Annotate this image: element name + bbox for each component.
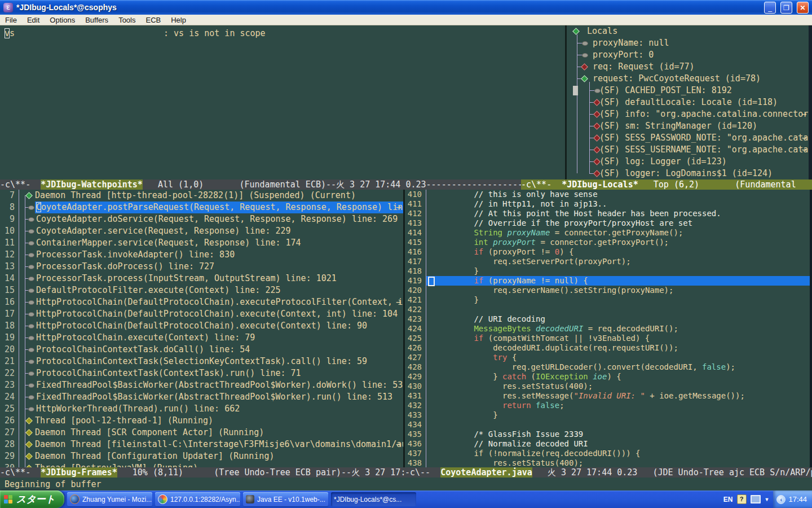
stack-frame-row[interactable]: 27Daemon Thread [SCR Component Actor] (R… [0, 427, 403, 439]
stack-frame-row[interactable]: 18HttpProtocolChain(DefaultProtocolChain… [0, 320, 403, 332]
locals-row[interactable]: (SF) CACHED_POST_LEN: 8192 [567, 85, 809, 97]
stack-frame-row[interactable]: 17HttpProtocolChain(DefaultProtocolChain… [0, 308, 403, 320]
frame-bullet-icon[interactable] [28, 217, 34, 222]
menu-item-tools[interactable]: Tools [113, 16, 140, 24]
locals-row[interactable]: (SF) defaultLocale: Locale (id=118) [567, 97, 809, 108]
thread-diamond-icon[interactable] [25, 417, 33, 424]
taskbar-button[interactable]: 127.0.0.1:28282/Asyn... [155, 492, 240, 506]
modeline-buffer-name[interactable]: *JDIbug-Watchpoints* [41, 179, 143, 190]
frame-bullet-icon[interactable] [28, 205, 34, 210]
watchpoints-window[interactable]: vs : vs is not in scope [0, 25, 567, 179]
menu-item-buffers[interactable]: Buffers [80, 16, 113, 24]
locals-row[interactable]: req: Request (id=77) [567, 61, 809, 73]
frame-bullet-icon[interactable] [28, 360, 34, 364]
stack-frame-row[interactable]: 30Thread [DestroyJavaVM] (Running) [0, 462, 403, 467]
frame-bullet-icon[interactable] [28, 371, 34, 376]
thread-diamond-icon[interactable] [25, 192, 33, 199]
variable-bullet-icon[interactable] [582, 53, 588, 58]
frame-bullet-icon[interactable] [28, 395, 34, 400]
stack-frame-row[interactable]: 14ProcessorTask.process(InputStream, Out… [0, 273, 403, 284]
taskbar-button[interactable]: Zhuang Yumei - Mozi... [67, 492, 152, 506]
locals-row[interactable]: proxyName: null [567, 37, 809, 49]
frame-bullet-icon[interactable] [28, 277, 34, 281]
stack-frame-row[interactable]: 13ProcessorTask.doProcess() line: 727 [0, 261, 403, 273]
stack-frame-row[interactable]: 7Daemon Thread [http-thread-pool-28282(1… [0, 190, 403, 202]
keyboard-help-icon[interactable]: ? [737, 494, 747, 504]
stack-frame-row[interactable]: 26Thread [pool-12-thread-1] (Running) [0, 415, 403, 427]
display-icon[interactable] [751, 495, 761, 503]
modeline-watchpoints[interactable]: -c\**- *JDIbug-Watchpoints* All (1,0) (F… [0, 179, 521, 190]
frame-bullet-icon[interactable] [28, 324, 34, 329]
thread-diamond-icon[interactable] [25, 429, 33, 436]
source-window[interactable]: 410 // this is only have sense411 // in … [405, 190, 812, 467]
stack-frame-row[interactable]: 23FixedThreadPool$BasicWorker(AbstractTh… [0, 379, 403, 391]
tree-node-diamond-icon[interactable] [572, 28, 580, 35]
frame-bullet-icon[interactable] [28, 383, 34, 388]
locals-row[interactable]: (SF) sm: StringManager (id=120) [567, 120, 809, 132]
hide-icons-button[interactable]: ‹ [776, 495, 785, 504]
stack-frame-row[interactable]: 9CoyoteAdapter.doService(Request, Reques… [0, 213, 403, 225]
minimize-button[interactable]: _ [764, 2, 776, 14]
language-indicator[interactable]: EN [723, 496, 733, 503]
source-code-text: // Normalize decoded URI [436, 439, 588, 448]
tree-node-diamond-icon[interactable] [581, 63, 588, 71]
stack-frame-row[interactable]: 28Daemon Thread [fileinstall-C:\Intersta… [0, 439, 403, 450]
frame-bullet-icon[interactable] [28, 348, 34, 352]
frame-bullet-icon[interactable] [28, 300, 34, 305]
locals-row[interactable]: Locals [567, 25, 809, 37]
modeline-buffer-name[interactable]: *JDIbug-Frames* [41, 467, 117, 478]
modeline-frames[interactable]: -c\**- *JDIbug-Frames* 10% (8,11) (Tree … [0, 467, 405, 478]
frame-bullet-icon[interactable] [28, 253, 34, 257]
stack-frame-row[interactable]: 24FixedThreadPool$BasicWorker(AbstractTh… [0, 391, 403, 403]
locals-row[interactable]: proxyPort: 0 [567, 49, 809, 61]
modeline-locals[interactable]: -c\**- *JDIbug-Locals* Top (6,2) (Fundam… [521, 179, 812, 190]
menu-item-edit[interactable]: Edit [22, 16, 45, 24]
stack-frame-row[interactable]: 20ProtocolChainContextTask.doCall() line… [0, 344, 403, 356]
modeline-buffer-name[interactable]: CoyoteAdapter.java [440, 467, 532, 478]
menu-item-ecb[interactable]: ECB [140, 16, 166, 24]
locals-row[interactable]: (SF) info: "org.apache.catalina.connecto… [567, 108, 809, 120]
modeline-source[interactable]: -c\-- CoyoteAdapter.java 火 3 27 17:44 0.… [405, 467, 812, 478]
locals-row[interactable]: request: PwcCoyoteRequest (id=78) [567, 73, 809, 85]
stack-frame-row[interactable]: 16HttpProtocolChain(DefaultProtocolChain… [0, 296, 403, 308]
tree-node-diamond-icon[interactable] [581, 75, 588, 82]
thread-diamond-icon[interactable] [25, 453, 33, 460]
thread-diamond-icon[interactable] [25, 465, 33, 467]
menu-item-file[interactable]: File [0, 16, 22, 24]
taskbar-button[interactable]: ε*JDIbug-Locals*@cs... [331, 492, 416, 506]
stack-frame-row[interactable]: 25HttpWorkerThread(Thread).run() line: 6… [0, 403, 403, 415]
modeline-buffer-name[interactable]: *JDIbug-Locals* [562, 179, 638, 190]
thread-diamond-icon[interactable] [25, 441, 33, 448]
stack-frame-row[interactable]: 11ContainerMapper.service(Request, Respo… [0, 237, 403, 249]
modeline-info: All (1,0) (Fundamental ECB)--火 3 27 17:4… [143, 179, 426, 190]
locals-row[interactable]: (SF) SESS_PASSWORD_NOTE: "org.apache.cat… [567, 132, 809, 144]
locals-row[interactable]: (SF) log: Logger (id=123) [567, 156, 809, 168]
locals-window[interactable]: LocalsproxyName: nullproxyPort: 0req: Re… [567, 25, 812, 179]
frame-bullet-icon[interactable] [28, 312, 34, 317]
stack-frame-row[interactable]: 15DefaultProtocolFilter.execute(Context)… [0, 284, 403, 296]
stack-frame-row[interactable]: 19HttpProtocolChain.execute(Context) lin… [0, 332, 403, 344]
stack-frame-row[interactable]: 29Daemon Thread [Configuration Updater] … [0, 450, 403, 462]
locals-row[interactable]: (SF) logger: LogDomains$1 (id=124) [567, 168, 809, 179]
frame-bullet-icon[interactable] [28, 288, 34, 293]
close-button[interactable]: ✕ [797, 2, 809, 14]
stack-frame-row[interactable]: 12ProcessorTask.invokeAdapter() line: 83… [0, 249, 403, 261]
taskbar-button[interactable]: Java EE - v10.1web-... [243, 492, 328, 506]
restore-button[interactable]: ❐ [780, 2, 792, 14]
menu-item-help[interactable]: Help [166, 16, 191, 24]
frames-window[interactable]: 7Daemon Thread [http-thread-pool-28282(1… [0, 190, 405, 467]
frame-bullet-icon[interactable] [28, 336, 34, 340]
frame-bullet-icon[interactable] [28, 265, 34, 269]
frame-bullet-icon[interactable] [28, 229, 34, 234]
variable-bullet-icon[interactable] [582, 41, 588, 46]
stack-frame-row[interactable]: 8CoyoteAdapter.postParseRequest(Request,… [0, 202, 403, 213]
locals-row[interactable]: (SF) SESS_USERNAME_NOTE: "org.apache.cat… [567, 144, 809, 156]
stack-frame-row[interactable]: 22ProtocolChainContextTask(ContextTask).… [0, 367, 403, 379]
menu-item-options[interactable]: Options [45, 16, 80, 24]
tray-expand-arrow[interactable]: ▼ [765, 497, 770, 502]
stack-frame-row[interactable]: 10CoyoteAdapter.service(Request, Respons… [0, 225, 403, 237]
stack-frame-row[interactable]: 21ProtocolChainContextTask(SelectionKeyC… [0, 356, 403, 367]
frame-bullet-icon[interactable] [28, 407, 34, 411]
start-button[interactable]: スタート [0, 491, 64, 508]
frame-bullet-icon[interactable] [28, 241, 34, 246]
